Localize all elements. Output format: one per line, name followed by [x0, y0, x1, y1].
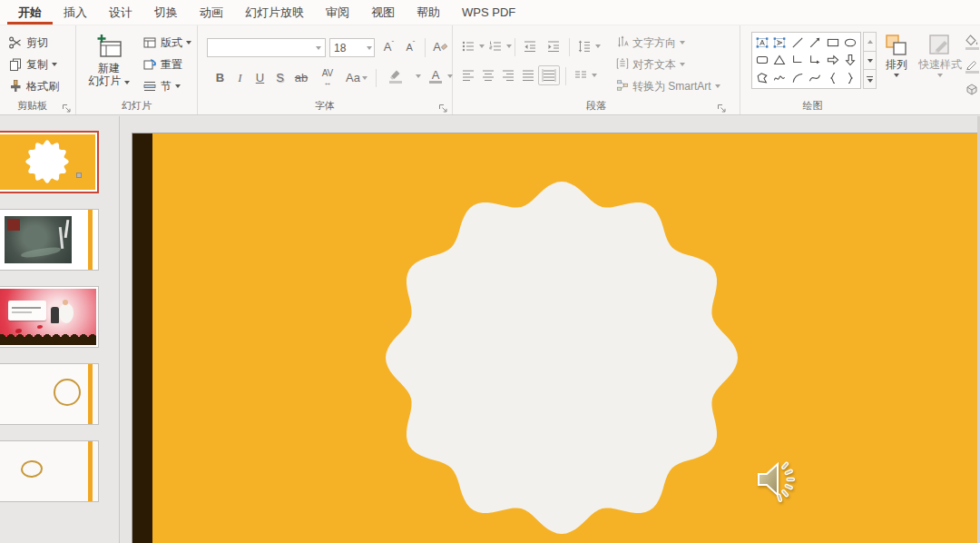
decrease-indent-button[interactable] — [520, 36, 540, 56]
reset-button[interactable]: 重置 — [140, 54, 185, 74]
decrease-font-size-button[interactable]: Aˇ — [401, 36, 420, 57]
tab-review[interactable]: 审阅 — [315, 0, 360, 25]
slide-thumbnail-panel[interactable] — [0, 116, 120, 543]
tab-wps-pdf[interactable]: WPS PDF — [451, 0, 526, 25]
gold-oval-outline — [20, 459, 43, 479]
freeform-shape-icon[interactable] — [753, 69, 771, 87]
align-justify-button[interactable] — [518, 65, 538, 85]
current-slide[interactable] — [132, 133, 977, 543]
eraser-icon — [441, 43, 449, 51]
arrange-button[interactable]: 排列 — [878, 29, 915, 109]
change-case-button[interactable]: Aa — [343, 67, 370, 88]
clear-formatting-button[interactable]: A — [429, 36, 453, 57]
convert-smartart-button[interactable]: 转换为 SmartArt — [616, 77, 720, 95]
font-size-input[interactable] — [330, 39, 364, 56]
slide-canvas-area[interactable] — [121, 116, 980, 543]
columns-button[interactable] — [571, 65, 598, 85]
right-arrow-icon[interactable] — [824, 52, 842, 70]
align-left-button[interactable] — [458, 65, 478, 85]
numbering-button[interactable] — [485, 36, 509, 56]
isosceles-triangle-icon[interactable] — [771, 52, 789, 70]
down-arrow-icon[interactable] — [842, 52, 860, 70]
font-name-combo[interactable] — [207, 38, 326, 57]
shape-effects-button[interactable] — [962, 78, 980, 100]
align-center-button[interactable] — [478, 65, 498, 85]
align-right-button[interactable] — [498, 65, 518, 85]
arrange-icon — [884, 33, 909, 58]
copy-button[interactable]: 复制 — [5, 54, 60, 74]
bullets-button[interactable] — [458, 36, 482, 56]
highlight-color-button[interactable] — [381, 65, 410, 86]
elbow-connector-icon[interactable] — [789, 52, 807, 70]
chevron-down-icon[interactable] — [364, 39, 374, 56]
section-button[interactable]: 节 — [140, 76, 183, 96]
text-shadow-button[interactable]: S — [270, 67, 289, 88]
font-dialog-launcher[interactable] — [438, 101, 448, 111]
chevron-down-icon — [937, 74, 943, 77]
character-spacing-button[interactable]: AV ↔ — [314, 67, 341, 88]
underline-button[interactable]: U — [250, 67, 270, 88]
round-photo — [54, 379, 81, 406]
tab-transitions[interactable]: 切换 — [143, 0, 189, 25]
audio-object[interactable] — [755, 457, 802, 504]
strikethrough-button[interactable]: ab — [290, 67, 312, 88]
gallery-more-button[interactable] — [863, 70, 877, 89]
new-slide-icon — [94, 33, 123, 62]
oval-icon[interactable] — [842, 34, 860, 52]
tab-home[interactable]: 开始 — [7, 0, 53, 25]
gallery-scroll-up-button[interactable] — [863, 32, 877, 52]
line-spacing-button[interactable] — [574, 36, 602, 56]
tab-slideshow[interactable]: 幻灯片放映 — [234, 0, 315, 25]
left-brace-icon[interactable] — [824, 69, 842, 87]
calligraphy-text-mark — [59, 227, 64, 249]
textbox-vertical-icon[interactable] — [771, 34, 789, 52]
clipboard-dialog-launcher[interactable] — [62, 101, 72, 111]
tab-view[interactable]: 视图 — [360, 0, 406, 25]
mouse-cursor — [76, 173, 82, 178]
right-brace-icon[interactable] — [842, 69, 860, 87]
quick-styles-button[interactable]: 快速样式 — [916, 29, 964, 109]
textbox-horizontal-icon[interactable] — [753, 34, 771, 52]
gallery-scroll-down-button[interactable] — [863, 52, 877, 71]
arrow-icon[interactable] — [807, 34, 825, 52]
bold-button[interactable]: B — [211, 67, 230, 88]
text-direction-button[interactable]: 文字方向 — [616, 34, 685, 52]
cut-button[interactable]: 剪切 — [5, 33, 51, 53]
tab-animations[interactable]: 动画 — [189, 0, 234, 25]
arc-icon[interactable] — [789, 69, 807, 87]
font-name-input[interactable] — [208, 39, 313, 56]
tab-insert[interactable]: 插入 — [53, 0, 98, 25]
new-slide-button[interactable]: 新建 幻灯片 — [82, 29, 136, 109]
increase-indent-button[interactable] — [544, 36, 564, 56]
rounded-rectangle-icon[interactable] — [753, 52, 771, 70]
increase-font-size-button[interactable]: Aˆ — [379, 36, 398, 57]
calligraphy-text-mark — [64, 220, 70, 238]
distribute-text-button[interactable] — [538, 65, 560, 85]
tab-design[interactable]: 设计 — [98, 0, 143, 25]
italic-button[interactable]: I — [230, 67, 250, 88]
rectangle-icon[interactable] — [824, 34, 842, 52]
curve-icon[interactable] — [807, 69, 825, 87]
format-painter-button[interactable]: 格式刷 — [5, 76, 62, 96]
font-color-button[interactable]: A — [426, 65, 445, 86]
slide-thumbnail-1[interactable] — [0, 131, 99, 193]
slide-thumbnail-4[interactable] — [0, 363, 99, 425]
new-slide-label-text: 幻灯片 — [88, 74, 121, 87]
slide-thumbnail-3[interactable] — [0, 286, 99, 348]
slide-thumbnail-5[interactable] — [0, 440, 99, 502]
text-direction-icon — [616, 35, 629, 51]
change-case-label: Aa — [346, 71, 360, 84]
layout-button[interactable]: 版式 — [140, 33, 194, 53]
font-size-combo[interactable] — [329, 38, 375, 57]
shape-fill-button[interactable] — [962, 31, 980, 53]
scalloped-circle-shape[interactable] — [132, 133, 978, 543]
tab-help[interactable]: 帮助 — [406, 0, 451, 25]
align-text-button[interactable]: 对齐文本 — [616, 55, 685, 74]
scribble-icon[interactable] — [771, 69, 789, 87]
slide-thumbnail-2[interactable] — [0, 209, 99, 271]
shape-outline-button[interactable] — [962, 54, 980, 76]
chevron-down-icon[interactable] — [313, 39, 325, 56]
elbow-arrow-connector-icon[interactable] — [807, 52, 825, 70]
line-icon[interactable] — [789, 34, 807, 52]
chevron-down-icon[interactable] — [416, 74, 421, 78]
